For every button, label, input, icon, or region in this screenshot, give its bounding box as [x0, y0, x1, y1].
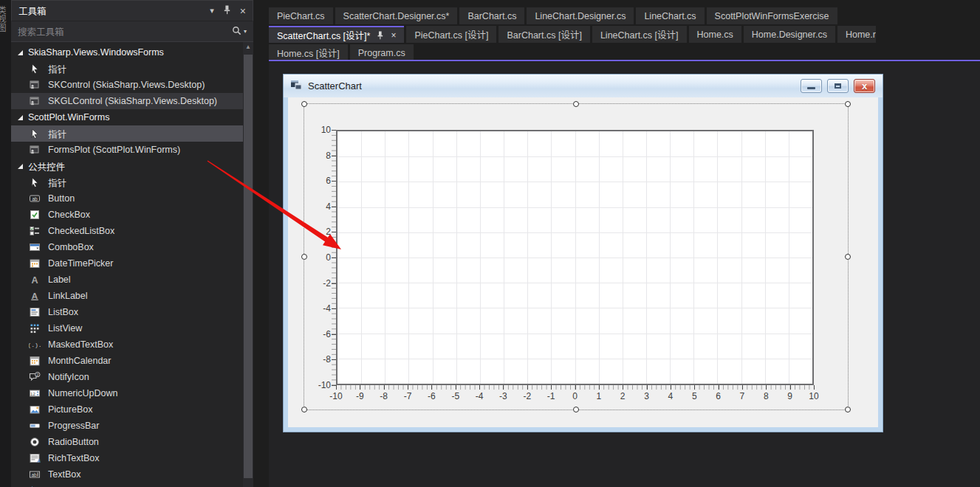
toolbox-item-item[interactable]: 指针: [11, 174, 243, 190]
chevron-down-icon[interactable]: ▾: [210, 6, 214, 15]
selection-handle-mr[interactable]: [845, 254, 851, 260]
document-tab-linechart-cs[interactable]: LineChart.cs: [636, 7, 704, 24]
document-tab-program-cs[interactable]: Program.cs: [350, 44, 414, 61]
expander-icon[interactable]: [18, 164, 23, 169]
toolbox-item-skcontrol-skiasharp-views-desktop[interactable]: SKControl (SkiaSharp.Views.Desktop): [11, 77, 243, 93]
toolbox-search[interactable]: 搜索工具箱 ▾: [11, 21, 253, 42]
toolbox-item-monthcalendar[interactable]: MonthCalendar: [11, 353, 243, 369]
x-major-tick: [647, 385, 648, 390]
toolbox-item-maskedtextbox[interactable]: (.).MaskedTextBox: [11, 336, 243, 353]
expander-icon[interactable]: [18, 50, 23, 55]
toolbox-group-skiasharp-views-windowsforms[interactable]: SkiaSharp.Views.WindowsForms: [11, 44, 243, 61]
designed-form[interactable]: ScatterChart x -10-9-8-7-6-5-4-3-2-10123…: [283, 74, 883, 432]
minimize-button[interactable]: [801, 79, 822, 93]
toolbox-item-formsplot-scottplot-winforms[interactable]: FormsPlot (ScottPlot.WinForms): [11, 142, 243, 158]
document-tab-home-cs[interactable]: Home.cs [设计]: [269, 44, 348, 61]
selection-handle-tc[interactable]: [573, 101, 579, 107]
document-tab-barchart-cs[interactable]: BarChart.cs: [459, 7, 524, 24]
close-icon[interactable]: ×: [240, 5, 246, 17]
selection-handle-ml[interactable]: [301, 254, 307, 260]
y-axis-labels: -10-8-6-4-20246810: [304, 130, 331, 385]
toolbox-item-label: 公共控件: [28, 159, 65, 173]
document-tab-barchart-cs[interactable]: BarChart.cs [设计]: [498, 26, 589, 43]
toolbox-header[interactable]: 工具箱 ▾ ×: [11, 0, 253, 21]
toolbox-scrollbar[interactable]: ▲: [243, 42, 253, 487]
y-major-tick: [332, 359, 336, 360]
magnifier-icon[interactable]: [232, 26, 241, 38]
toolbox-item-richtextbox[interactable]: ARichTextBox: [11, 450, 243, 466]
x-major-tick: [719, 385, 719, 390]
combobox-icon: [29, 241, 41, 253]
toolbox-item-numericupdown[interactable]: 12NumericUpDown: [11, 385, 243, 401]
toolbox-item-label: MonthCalendar: [48, 356, 111, 366]
y-tick-label: -6: [323, 329, 331, 339]
toolbox-item-progressbar[interactable]: ProgressBar: [11, 418, 243, 434]
collapsed-panel-tab[interactable]: 类视图: [0, 0, 12, 487]
x-tick-label: -2: [523, 391, 531, 401]
toolbox-group-item[interactable]: 公共控件: [11, 158, 243, 174]
svg-text:A: A: [32, 291, 38, 300]
document-tab-home-resx[interactable]: Home.resx: [837, 26, 876, 43]
component-icon: [29, 95, 41, 107]
selection-handle-bl[interactable]: [301, 407, 307, 412]
close-button[interactable]: x: [854, 79, 875, 93]
document-tab-linechart-cs[interactable]: LineChart.cs [设计]: [592, 26, 687, 43]
pin-icon[interactable]: [377, 31, 384, 40]
toolbox-item-label: SKControl (SkiaSharp.Views.Desktop): [48, 80, 205, 90]
document-tab-home-cs[interactable]: Home.cs: [689, 26, 741, 43]
selection-handle-bc[interactable]: [573, 407, 579, 412]
toolbox-item-label[interactable]: ALabel: [11, 272, 243, 288]
toolbox-item-notifyicon[interactable]: 2NotifyIcon: [11, 369, 243, 385]
x-tick-label: 5: [692, 391, 697, 401]
toolbox-item-button[interactable]: abButton: [11, 190, 243, 207]
toolbox-item-item[interactable]: 指针: [11, 125, 243, 142]
toolbox-panel: 工具箱 ▾ × 搜索工具箱 ▾ SkiaSharp.Views.WindowsF…: [11, 0, 253, 487]
toolbox-item-label: RichTextBox: [48, 453, 99, 463]
toolbox-item-textbox[interactable]: abTextBox: [11, 466, 243, 483]
document-tab-home-designer-cs[interactable]: Home.Designer.cs: [744, 26, 835, 43]
toolbox-item-tooltip[interactable]: ToolTip: [11, 483, 243, 487]
document-tab-piechart-cs[interactable]: PieChart.cs [设计]: [406, 26, 496, 43]
form-client-area[interactable]: -10-9-8-7-6-5-4-3-2-1012345678910 -10-8-…: [288, 97, 878, 427]
y-major-tick: [332, 181, 336, 182]
toolbox-tree: SkiaSharp.Views.WindowsForms指针SKControl …: [11, 42, 243, 487]
toolbox-item-picturebox[interactable]: PictureBox: [11, 401, 243, 418]
document-tab-linechart-designer-cs[interactable]: LineChart.Designer.cs: [527, 7, 634, 24]
form-titlebar: ScatterChart x: [284, 75, 883, 97]
pin-icon[interactable]: [223, 5, 231, 16]
scrollbar-thumb[interactable]: [244, 55, 253, 478]
document-tab-piechart-cs[interactable]: PieChart.cs: [269, 7, 333, 24]
toolbox-item-checkbox[interactable]: CheckBox: [11, 207, 243, 223]
x-tick-label: 9: [787, 391, 792, 401]
expander-icon[interactable]: [18, 115, 23, 120]
gridline-y: [337, 156, 812, 157]
toolbox-item-label: 指针: [48, 127, 66, 141]
component-icon: [29, 144, 41, 156]
toolbox-item-label: Label: [48, 274, 71, 285]
toolbox-item-linklabel[interactable]: ALinkLabel: [11, 288, 243, 304]
toolbox-item-listbox[interactable]: ListBox: [11, 304, 243, 320]
formsplot-control[interactable]: -10-9-8-7-6-5-4-3-2-1012345678910 -10-8-…: [304, 103, 849, 410]
toolbox-group-scottplot-winforms[interactable]: ScottPlot.WinForms: [11, 109, 243, 125]
toolbox-item-radiobutton[interactable]: RadioButton: [11, 434, 243, 450]
gridline-y: [337, 308, 812, 308]
document-tab-scatterchart-cs[interactable]: ScatterChart.cs [设计]*×: [269, 26, 404, 43]
toolbox-item-skglcontrol-skiasharp-views-desktop[interactable]: SKGLControl (SkiaSharp.Views.Desktop): [11, 93, 243, 109]
caret-down-icon[interactable]: ▾: [244, 28, 247, 35]
close-icon[interactable]: ×: [391, 31, 396, 40]
toolbox-item-checkedlistbox[interactable]: CheckedListBox: [11, 223, 243, 239]
selection-handle-tr[interactable]: [845, 101, 851, 107]
document-tab-scottplotwinformsexercise[interactable]: ScottPlotWinFormsExercise: [707, 7, 837, 24]
designer-canvas[interactable]: ScatterChart x -10-9-8-7-6-5-4-3-2-10123…: [269, 62, 980, 487]
toolbox-item-combobox[interactable]: ComboBox: [11, 239, 243, 255]
x-tick-label: 7: [740, 391, 745, 401]
toolbox-item-item[interactable]: 指针: [11, 61, 243, 77]
scrollbar-up-icon[interactable]: ▲: [243, 42, 253, 52]
toolbox-item-datetimepicker[interactable]: DateTimePicker: [11, 255, 243, 272]
selection-handle-br[interactable]: [845, 407, 851, 412]
toolbox-item-listview[interactable]: ListView: [11, 320, 243, 336]
maximize-button[interactable]: [827, 79, 849, 93]
selection-handle-tl[interactable]: [301, 101, 307, 107]
document-tab-scatterchart-designer-cs[interactable]: ScatterChart.Designer.cs*: [335, 7, 458, 24]
x-tick-label: -6: [428, 391, 436, 401]
